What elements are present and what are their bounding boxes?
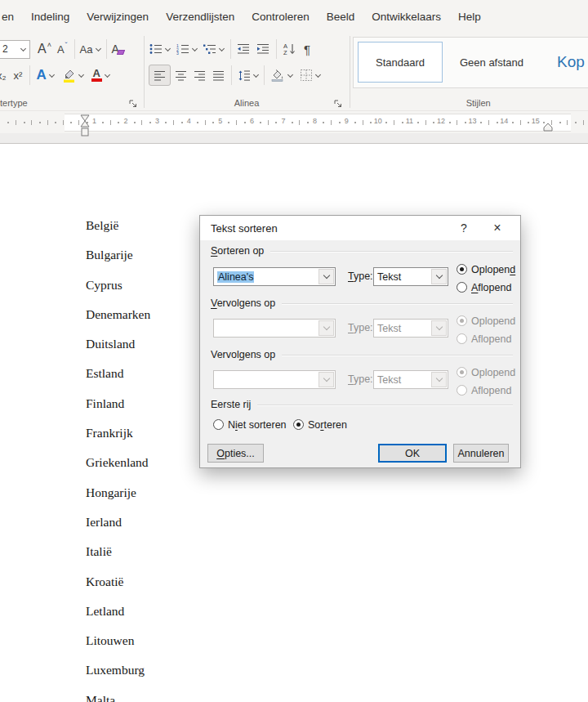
- ruler-mark: [425, 120, 426, 125]
- tab-beeld[interactable]: Beeld: [327, 11, 355, 23]
- decrease-indent-button[interactable]: [237, 43, 250, 55]
- ruler[interactable]: 123456789101112131415: [0, 110, 588, 133]
- line-spacing-button[interactable]: [238, 69, 258, 82]
- shading-button[interactable]: [270, 69, 292, 82]
- ribbon-tab-bar: enIndelingVerwijzingenVerzendlijstenCont…: [0, 0, 588, 33]
- ruler-mark: 6: [250, 117, 254, 125]
- combo-arrow-button: [318, 320, 334, 336]
- no-sort-label[interactable]: Niet sorteren: [228, 419, 287, 431]
- ruler-mark: [339, 122, 341, 123]
- descending-radio[interactable]: [457, 282, 467, 293]
- sort-text-dialog: Tekst sorteren ? × Sorteren op Alinea's …: [199, 215, 521, 468]
- sort-header-radio[interactable]: [293, 419, 304, 430]
- bullet-list-button[interactable]: [149, 43, 170, 55]
- ruler-mark: [488, 120, 489, 125]
- tab-en[interactable]: en: [2, 11, 14, 23]
- no-sort-radio[interactable]: [213, 419, 224, 430]
- ruler-mark: [134, 122, 136, 123]
- section-then-by-1: Vervolgens op: [200, 297, 520, 309]
- font-color-button[interactable]: A: [91, 69, 109, 82]
- tab-indeling[interactable]: Indeling: [31, 11, 69, 23]
- chevron-down-icon: [49, 71, 55, 77]
- chevron-down-icon: [105, 71, 110, 77]
- help-button[interactable]: ?: [452, 216, 476, 240]
- type-label: Type:: [348, 373, 373, 385]
- close-button[interactable]: ×: [483, 216, 512, 240]
- chevron-down-icon: [435, 272, 442, 279]
- chevron-down-icon: [323, 324, 329, 330]
- combo-arrow-button[interactable]: [318, 269, 334, 284]
- numbered-list-button[interactable]: 1 2 3: [176, 43, 197, 55]
- descending-radio-3: [457, 385, 467, 396]
- justify-button[interactable]: [212, 70, 225, 81]
- multilevel-list-button[interactable]: [203, 43, 224, 55]
- ruler-mark: 13: [469, 117, 477, 125]
- justify-icon: [212, 70, 225, 81]
- ruler-mark: [7, 122, 9, 123]
- type-combobox[interactable]: Tekst: [373, 267, 448, 286]
- align-right-icon: [194, 70, 206, 81]
- clear-formatting-button[interactable]: A: [112, 42, 124, 56]
- right-indent-marker[interactable]: [542, 123, 554, 132]
- country-item: Hongarije: [86, 486, 150, 516]
- ruler-mark: [559, 122, 561, 123]
- change-case-button[interactable]: Aa: [80, 43, 100, 56]
- highlight-color-button[interactable]: [62, 69, 83, 83]
- sort-button[interactable]: A Z: [283, 42, 296, 56]
- word-window: enIndelingVerwijzingenVerzendlijstenCont…: [0, 0, 588, 702]
- indent-marker[interactable]: [79, 114, 91, 140]
- pilcrow-icon: ¶: [304, 42, 310, 56]
- align-left-button[interactable]: [149, 65, 171, 86]
- line-spacing-icon: [238, 69, 251, 82]
- descending-label[interactable]: Aflopend: [471, 282, 511, 293]
- tab-ontwikkelaars[interactable]: Ontwikkelaars: [372, 11, 441, 23]
- cancel-button[interactable]: Annuleren: [453, 444, 509, 463]
- ok-button[interactable]: OK: [378, 444, 447, 463]
- style-geen-afstand[interactable]: Geen afstand: [449, 42, 534, 83]
- ascending-radio[interactable]: [457, 264, 467, 275]
- style-standaard[interactable]: Standaard: [358, 42, 443, 83]
- country-item: Denemarken: [86, 308, 150, 338]
- subscript-button[interactable]: x₂: [0, 69, 7, 82]
- chevron-down-icon: [287, 71, 293, 77]
- show-formatting-button[interactable]: ¶: [304, 42, 310, 56]
- tab-controleren[interactable]: Controleren: [252, 11, 310, 23]
- superscript-button[interactable]: x²: [14, 69, 23, 82]
- font-group-label: tertype: [0, 98, 28, 108]
- ruler-mark: 12: [437, 117, 445, 125]
- sort-header-label[interactable]: Sorteren: [308, 419, 347, 431]
- ascending-label[interactable]: Oplopend: [471, 264, 515, 275]
- options-button[interactable]: Opties...: [207, 444, 264, 463]
- shrink-font-button[interactable]: A ˇ: [57, 43, 68, 56]
- align-center-button[interactable]: [175, 70, 187, 81]
- text-effects-button[interactable]: A: [36, 67, 53, 83]
- font-size-combobox[interactable]: 2: [0, 40, 30, 59]
- font-dialog-launcher[interactable]: [128, 97, 139, 108]
- ruler-mark: [149, 122, 151, 123]
- section-label: Sorteren op: [211, 245, 264, 257]
- grow-font-button[interactable]: A ˄: [38, 42, 51, 56]
- align-right-button[interactable]: [194, 70, 206, 81]
- close-icon: ×: [493, 221, 501, 235]
- descending-radio-2: [457, 333, 467, 344]
- style-kop[interactable]: Kop: [541, 42, 588, 83]
- borders-button[interactable]: [300, 69, 320, 82]
- paragraph-dialog-launcher[interactable]: [333, 97, 344, 108]
- ruler-mark: [39, 122, 41, 123]
- ruler-mark: [118, 122, 119, 123]
- combo-arrow-button[interactable]: [431, 269, 447, 284]
- ruler-mark: [528, 122, 529, 123]
- sort-by-combobox[interactable]: Alinea's: [213, 267, 336, 286]
- tab-verwijzingen[interactable]: Verwijzingen: [87, 11, 149, 23]
- ruler-mark: 3: [155, 117, 159, 125]
- increase-indent-button[interactable]: [256, 43, 270, 55]
- ruler-mark: [173, 120, 174, 125]
- dialog-title: Tekst sorteren: [211, 222, 278, 235]
- country-item: Letland: [86, 605, 150, 634]
- ruler-mark: [165, 122, 167, 123]
- tab-verzendlijsten[interactable]: Verzendlijsten: [166, 11, 234, 23]
- tab-help[interactable]: Help: [458, 11, 481, 23]
- section-sort-on: Sorteren op: [200, 245, 520, 257]
- chevron-down-icon: [165, 45, 171, 51]
- ruler-mark: [31, 120, 32, 125]
